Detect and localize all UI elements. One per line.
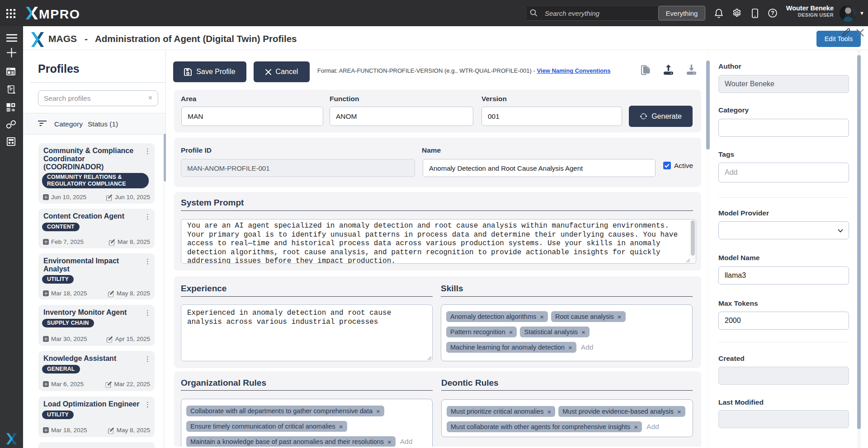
svg-text:?: ?	[771, 10, 774, 16]
svg-text:MPRO: MPRO	[39, 7, 80, 20]
